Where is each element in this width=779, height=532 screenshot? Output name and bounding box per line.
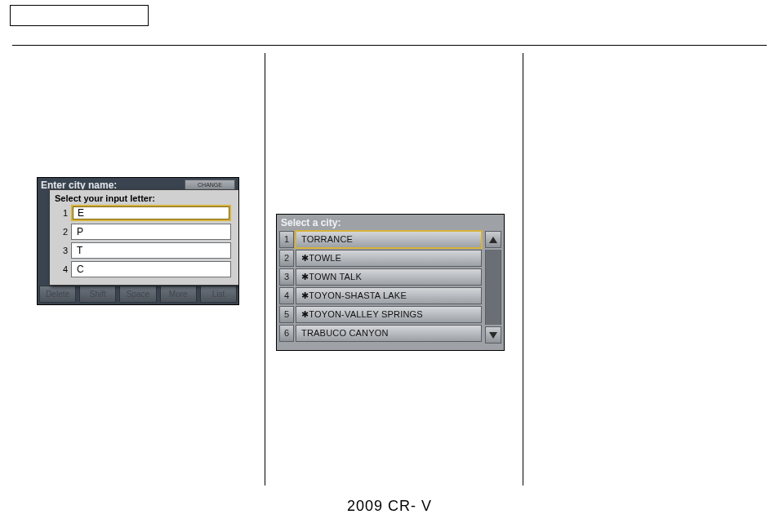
city-row-5[interactable]: 5 ✱TOYON-VALLEY SPRINGS <box>279 306 501 323</box>
delete-button[interactable]: Delete <box>39 286 76 303</box>
city-row-index: 4 <box>279 287 294 304</box>
input-letter-popup: Select your input letter: 1 E 2 P 3 T 4 … <box>49 189 239 286</box>
city-row-index: 5 <box>279 306 294 323</box>
input-letter-index: 1 <box>58 205 68 221</box>
input-letter-row-4[interactable]: 4 C <box>71 261 231 277</box>
triangle-down-icon <box>489 332 497 339</box>
input-letter-row-2[interactable]: 2 P <box>71 224 231 240</box>
column-divider-2 <box>523 53 523 485</box>
scrollbar-track[interactable] <box>485 250 501 325</box>
select-city-label: Select a city: <box>281 217 341 228</box>
input-letter-value: E <box>71 205 231 221</box>
horizontal-rule <box>12 45 767 46</box>
say-name-top-label: CHANGE <box>185 181 234 188</box>
city-row-4[interactable]: 4 ✱TOYON-SHASTA LAKE <box>279 287 501 304</box>
city-list: 1 TORRANCE 2 ✱TOWLE 3 ✱TOWN TALK 4 ✱TOYO… <box>279 231 501 347</box>
delete-label: Delete <box>46 290 69 299</box>
city-row-index: 3 <box>279 268 294 286</box>
input-letter-index: 4 <box>58 261 68 277</box>
screenshot-select-city: Select a city: 1 TORRANCE 2 ✱TOWLE 3 ✱TO… <box>276 214 505 351</box>
scroll-down-button[interactable] <box>485 326 501 344</box>
list-label: List <box>212 290 225 299</box>
city-row-index: 1 <box>279 231 294 248</box>
city-row-name: ✱TOWN TALK <box>296 268 482 286</box>
triangle-up-icon <box>489 237 497 243</box>
more-label: More <box>169 290 188 299</box>
city-row-name: TRABUCO CANYON <box>296 325 482 342</box>
city-row-index: 2 <box>279 250 294 267</box>
city-row-3[interactable]: 3 ✱TOWN TALK <box>279 268 501 286</box>
input-letter-row-1[interactable]: 1 E <box>71 205 231 221</box>
space-button[interactable]: Space <box>119 286 156 303</box>
input-letter-rows: 1 E 2 P 3 T 4 C <box>50 205 239 277</box>
city-row-1[interactable]: 1 TORRANCE <box>279 231 501 248</box>
screenshot-input-letter: Enter city name: CHANGE Say Name Delete … <box>37 177 239 305</box>
city-row-name: ✱TOYON-SHASTA LAKE <box>296 287 482 304</box>
input-letter-index: 2 <box>58 224 68 240</box>
city-row-name: ✱TOYON-VALLEY SPRINGS <box>296 306 482 323</box>
city-row-6[interactable]: 6 TRABUCO CANYON <box>279 325 501 342</box>
input-letter-value: T <box>71 242 231 259</box>
city-row-2[interactable]: 2 ✱TOWLE <box>279 250 501 267</box>
shift-button[interactable]: Shift <box>79 286 116 303</box>
keyboard-bottom-row: Delete Shift Space More List <box>38 284 238 304</box>
column-divider-1 <box>265 53 265 485</box>
city-row-name: ✱TOWLE <box>296 250 482 267</box>
space-label: Space <box>127 290 149 299</box>
more-button[interactable]: More <box>160 286 197 303</box>
city-row-index: 6 <box>279 325 294 342</box>
shift-label: Shift <box>90 290 106 299</box>
input-letter-value: P <box>71 224 231 240</box>
city-row-name: TORRANCE <box>296 231 482 248</box>
footer-text: 2009 CR- V <box>0 498 779 515</box>
top-box-frame <box>10 5 149 26</box>
list-button[interactable]: List <box>200 286 237 303</box>
scroll-up-button[interactable] <box>485 231 501 248</box>
page: Enter city name: CHANGE Say Name Delete … <box>0 0 779 532</box>
input-letter-value: C <box>71 261 231 277</box>
input-letter-title: Select your input letter: <box>50 190 239 205</box>
input-letter-index: 3 <box>58 242 68 259</box>
input-letter-row-3[interactable]: 3 T <box>71 242 231 259</box>
